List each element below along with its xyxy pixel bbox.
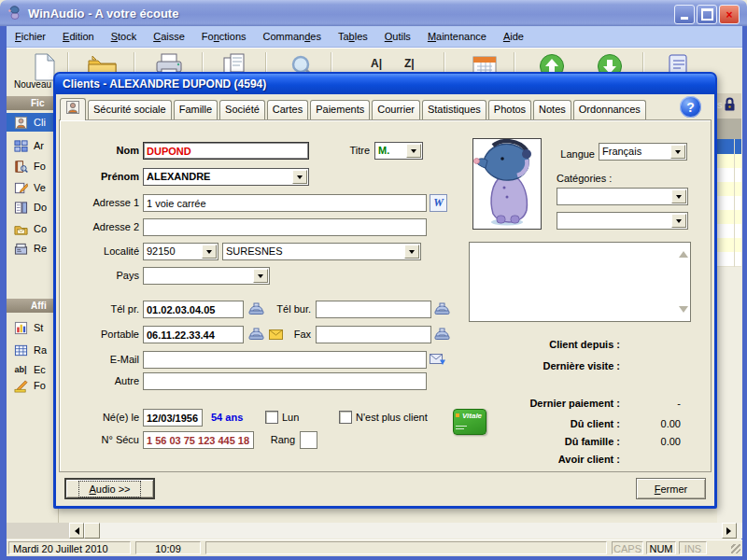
minimize-button[interactable] — [674, 5, 695, 24]
tel-bur-label: Tél bur. — [256, 303, 311, 315]
tel-pr-input[interactable] — [143, 301, 244, 318]
portable-input[interactable] — [143, 326, 244, 343]
adresse2-input[interactable] — [143, 218, 427, 236]
nom-input[interactable] — [143, 142, 309, 160]
sidebar-item-label: Fo — [34, 380, 46, 391]
sidebar-item-reglements[interactable]: Re — [7, 239, 58, 258]
rang-input[interactable] — [300, 431, 317, 449]
chevron-down-icon[interactable] — [202, 245, 217, 259]
menu-maintenance[interactable]: Maintenance — [419, 27, 495, 47]
menu-fichier[interactable]: Fichier — [7, 27, 54, 47]
dial-phone-icon[interactable] — [433, 327, 450, 342]
sort-ascending-icon[interactable]: A| — [371, 57, 382, 70]
table-row[interactable] — [717, 168, 741, 183]
close-button[interactable]: × — [719, 5, 740, 24]
categorie2-combobox[interactable] — [557, 212, 688, 230]
chevron-down-icon[interactable] — [253, 269, 268, 283]
lock-icon[interactable] — [724, 97, 736, 114]
scroll-left-button[interactable] — [69, 523, 84, 539]
tel-bur-input[interactable] — [316, 301, 431, 318]
adresse1-input[interactable] — [143, 194, 427, 212]
tab-notes[interactable]: Notes — [533, 100, 571, 119]
prenom-combobox[interactable]: ALEXANDRE — [143, 168, 309, 186]
sidebar-item-dossiers[interactable]: Do — [7, 198, 58, 217]
horizontal-scrollbar[interactable] — [7, 523, 742, 539]
chevron-down-icon[interactable] — [671, 189, 686, 203]
table-row[interactable] — [717, 154, 741, 169]
menu-edition[interactable]: Edition — [54, 27, 103, 47]
secu-input[interactable] — [143, 431, 254, 449]
plus-client-checkbox[interactable] — [339, 411, 352, 424]
help-icon[interactable]: ? — [680, 96, 701, 118]
summary-label-5: Avoir client : — [452, 454, 620, 465]
menu-aide[interactable]: Aide — [495, 27, 532, 47]
ne-le-input[interactable] — [143, 409, 203, 427]
tab-paiements[interactable]: Paiements — [310, 100, 370, 119]
sidebar-item-stats[interactable]: St — [7, 318, 58, 337]
tab-famille[interactable]: Famille — [174, 100, 218, 119]
email-input[interactable] — [143, 351, 427, 369]
ville-combobox[interactable]: SURESNES — [222, 243, 421, 260]
chevron-down-icon[interactable] — [404, 245, 419, 259]
table-row[interactable] — [717, 196, 741, 211]
sidebar-item-courrier[interactable]: Co — [7, 219, 58, 238]
chevron-down-icon[interactable] — [671, 214, 686, 228]
menu-tables[interactable]: Tables — [330, 27, 376, 47]
menu-outils[interactable]: Outils — [376, 27, 419, 47]
scrollbar-thumb[interactable] — [84, 523, 100, 539]
code-postal-combobox[interactable]: 92150 — [143, 243, 218, 260]
fax-input[interactable] — [316, 326, 431, 343]
tab-securite-sociale[interactable]: Sécurité sociale — [88, 100, 172, 119]
menu-stock[interactable]: Stock — [103, 27, 146, 47]
sidebar-item-formats[interactable]: Fo — [7, 376, 58, 395]
langue-value: Français — [602, 146, 669, 157]
menu-commandes[interactable]: Commandes — [255, 27, 330, 47]
tab-photos[interactable]: Photos — [488, 100, 531, 119]
tab-client-record[interactable] — [60, 98, 86, 120]
lun-checkbox[interactable] — [265, 411, 278, 424]
tab-ordonnances[interactable]: Ordonnances — [573, 100, 646, 119]
tab-cartes[interactable]: Cartes — [267, 100, 308, 119]
table-row[interactable] — [717, 238, 741, 253]
sidebar-item-rapports[interactable]: Ra — [7, 341, 58, 359]
autre-input[interactable] — [143, 372, 427, 390]
send-mail-icon[interactable] — [430, 352, 446, 367]
categorie1-combobox[interactable] — [557, 188, 688, 205]
word-icon[interactable]: W — [430, 194, 447, 212]
client-notes-list[interactable] — [469, 242, 691, 322]
summary-label-0: Client depuis : — [452, 339, 620, 350]
dial-phone-icon[interactable] — [433, 301, 450, 316]
maximize-button[interactable] — [697, 5, 717, 24]
sidebar-item-ventes[interactable]: Ve — [7, 178, 58, 197]
table-row[interactable] — [717, 182, 741, 197]
formats-icon — [13, 378, 28, 393]
scroll-down-icon[interactable] — [679, 306, 688, 317]
fermer-button[interactable]: Fermer — [636, 478, 706, 499]
sidebar-item-fournisseurs[interactable]: Fo — [7, 157, 58, 175]
scroll-right-button[interactable] — [722, 523, 737, 539]
titre-combobox[interactable]: M. — [374, 142, 423, 160]
chevron-down-icon[interactable] — [406, 144, 421, 158]
sidebar-item-label: Co — [34, 223, 47, 234]
scroll-up-icon[interactable] — [679, 246, 688, 258]
langue-combobox[interactable]: Français — [599, 143, 687, 161]
summary-value-4: 0.00 — [583, 436, 681, 447]
chevron-down-icon[interactable] — [670, 145, 685, 159]
sidebar-item-articles[interactable]: Ar — [7, 136, 58, 155]
tab-societe[interactable]: Société — [219, 100, 265, 119]
audio-button[interactable]: Audio >> — [64, 478, 155, 499]
background-table-selected-row[interactable] — [717, 139, 741, 154]
sidebar-item-client[interactable]: Cli — [7, 113, 58, 132]
table-row[interactable] — [717, 252, 741, 267]
chevron-down-icon[interactable] — [292, 170, 307, 184]
menu-fonctions[interactable]: Fonctions — [193, 27, 255, 47]
courrier-icon — [13, 221, 28, 236]
resize-grip[interactable] — [731, 544, 740, 553]
tab-statistiques[interactable]: Statistiques — [422, 100, 486, 119]
sort-descending-icon[interactable]: Z| — [404, 57, 415, 70]
menu-caisse[interactable]: Caisse — [145, 27, 193, 47]
table-row[interactable] — [717, 210, 741, 225]
table-row[interactable] — [717, 224, 741, 239]
pays-combobox[interactable] — [143, 267, 270, 285]
tab-courrier[interactable]: Courrier — [372, 100, 420, 119]
